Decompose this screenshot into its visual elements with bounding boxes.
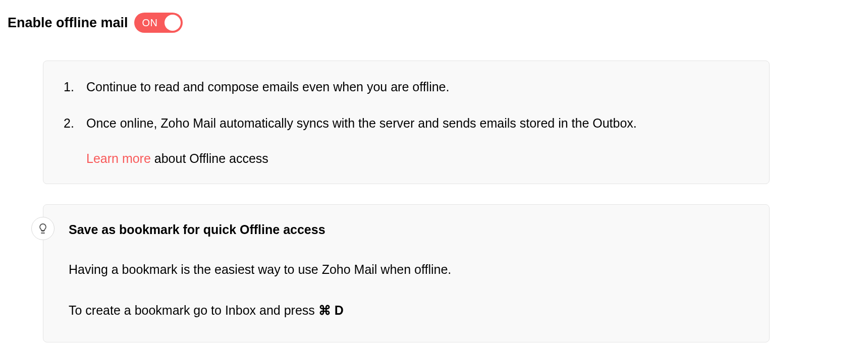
toggle-state-label: ON <box>142 17 158 29</box>
lightbulb-icon <box>31 217 55 240</box>
bookmark-tip-panel: Save as bookmark for quick Offline acces… <box>43 204 770 343</box>
offline-info-item-2: Once online, Zoho Mail automatically syn… <box>64 115 749 132</box>
toggle-knob <box>165 15 181 31</box>
bookmark-shortcut: ⌘ D <box>318 303 344 317</box>
bookmark-tip-description: Having a bookmark is the easiest way to … <box>64 261 749 278</box>
bookmark-tip-shortcut-prefix: To create a bookmark go to Inbox and pre… <box>69 303 318 317</box>
offline-info-list: Continue to read and compose emails even… <box>64 79 749 132</box>
learn-more-link[interactable]: Learn more <box>86 151 151 165</box>
offline-info-panel: Continue to read and compose emails even… <box>43 61 770 184</box>
bookmark-tip-title: Save as bookmark for quick Offline acces… <box>64 222 749 237</box>
offline-info-item-1: Continue to read and compose emails even… <box>64 79 749 96</box>
offline-mail-toggle[interactable]: ON <box>134 13 183 33</box>
offline-mail-title: Enable offline mail <box>8 15 128 31</box>
bookmark-tip-shortcut-line: To create a bookmark go to Inbox and pre… <box>64 302 749 319</box>
learn-more-suffix: about Offline access <box>151 151 268 165</box>
learn-more-line: Learn more about Offline access <box>64 151 749 166</box>
offline-mail-header: Enable offline mail ON <box>8 13 860 33</box>
